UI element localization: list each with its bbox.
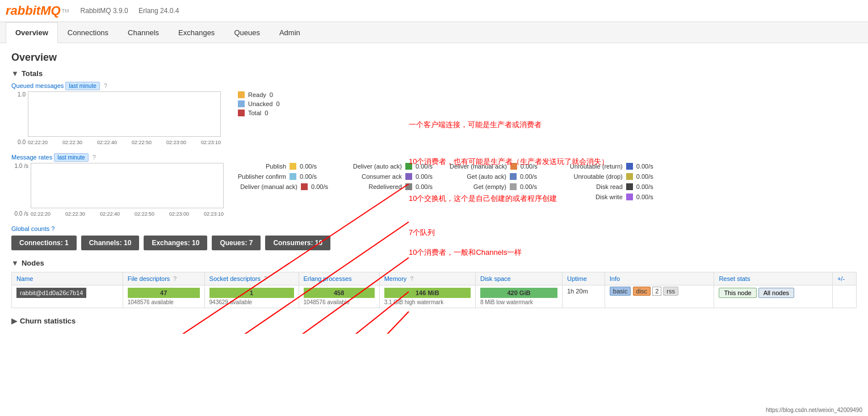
connections-count-btn[interactable]: Connections: 1 <box>11 236 77 250</box>
queued-charts-row: 1.0 0.0 02:22:2002:22:3002:22:4002:22:50… <box>11 91 857 145</box>
nav-overview[interactable]: Overview <box>6 22 58 43</box>
memory-fill: 146 MiB <box>384 288 471 298</box>
logo: rabbitMQTM <box>6 3 69 18</box>
exchanges-count-btn[interactable]: Exchanges: 10 <box>144 236 207 250</box>
plusminus-cell <box>832 285 856 308</box>
churn-header[interactable]: ▶ Churn statistics <box>11 317 857 325</box>
info-basic-badge[interactable]: basic <box>610 287 631 296</box>
disk-read-value: 0.00/s <box>636 183 653 190</box>
totals-label: Totals <box>22 69 43 78</box>
nodes-table-header-row: Name File descriptors ? Socket descripto… <box>12 272 857 285</box>
unroutable-drop-label: Unroutable (drop) <box>555 173 623 180</box>
col-socket-desc: Socket descriptors ? <box>204 272 299 285</box>
get-empty-color <box>510 183 517 190</box>
get-auto-color <box>510 173 517 180</box>
legend-ready: Ready 0 <box>238 91 280 98</box>
rate-redelivered: Redelivered 0.00/s <box>345 183 433 190</box>
message-rates-label: Message rates last minute ? <box>11 154 857 161</box>
channels-count-btn[interactable]: Channels: 10 <box>81 236 140 250</box>
erlang-label: Erlang 24.0.4 <box>139 7 179 15</box>
this-node-button[interactable]: This node <box>719 288 756 298</box>
disk-fill: 420 GiB <box>480 288 557 298</box>
rates-col3: Deliver (manual ack) 0.00/s Get (auto ac… <box>450 163 538 200</box>
erlang-fill: 458 <box>304 288 375 298</box>
info-number-badge: 2 <box>652 287 661 296</box>
rates-y-min: 0.0 /s <box>11 211 28 217</box>
rate-publish: Publish 0.00/s <box>235 163 328 170</box>
publish-value: 0.00/s <box>300 163 317 170</box>
ready-value: 0 <box>270 91 273 98</box>
col-reset: Reset stats <box>714 272 833 285</box>
nodes-label: Nodes <box>22 259 44 267</box>
global-counts-label: Global counts ? <box>11 225 857 232</box>
queued-legend: Ready 0 Unacked 0 Total 0 <box>238 91 280 116</box>
get-empty-value: 0.00/s <box>520 183 537 190</box>
all-nodes-button[interactable]: All nodes <box>758 288 794 298</box>
info-cell: basic disc 2 rss <box>605 285 714 308</box>
rates-col4: Unroutable (return) 0.00/s Unroutable (d… <box>555 163 653 200</box>
rates-help-icon[interactable]: ? <box>93 154 96 161</box>
rate-get-empty: Get (empty) 0.00/s <box>450 183 538 190</box>
disk-read-color <box>626 183 633 190</box>
nav-exchanges[interactable]: Exchanges <box>169 22 224 43</box>
message-rates-section: Message rates last minute ? 1.0 /s 0.0 /… <box>11 154 857 217</box>
col-plusminus: +/- <box>832 272 856 285</box>
disk-write-color <box>626 194 633 200</box>
main-content: Overview ▼ Totals Queued messages last m… <box>0 43 868 334</box>
total-color <box>238 110 245 116</box>
page-title: Overview <box>11 52 857 64</box>
memory-bar: 146 MiB <box>384 288 471 298</box>
get-empty-label: Get (empty) <box>450 183 506 190</box>
rates-time-range-badge[interactable]: last minute <box>54 153 88 162</box>
file-desc-fill: 47 <box>128 288 200 298</box>
get-auto-label: Get (auto ack) <box>450 173 506 180</box>
consumers-count-btn[interactable]: Consumers: 10 <box>265 236 330 250</box>
rates-chart <box>31 163 224 208</box>
header-info: RabbitMQ 3.9.0 Erlang 24.0.4 <box>81 7 188 15</box>
disk-write-label: Disk write <box>555 194 623 200</box>
nav-admin[interactable]: Admin <box>270 22 310 43</box>
socket-desc-help[interactable]: ? <box>264 276 267 282</box>
deliver-auto-color <box>405 163 412 170</box>
nodes-section: ▼ Nodes Name File descriptors ? Socket d… <box>11 259 857 308</box>
consumer-ack-value: 0.00/s <box>416 173 433 180</box>
chart-y-min: 0.0 <box>11 139 26 145</box>
rate-disk-write: Disk write 0.00/s <box>555 194 653 200</box>
memory-help[interactable]: ? <box>410 276 413 282</box>
erlang-available: 1048576 available <box>304 299 375 305</box>
rate-get-auto: Get (auto ack) 0.00/s <box>450 173 538 180</box>
logo-tm-text: TM <box>62 8 69 14</box>
nav-channels[interactable]: Channels <box>118 22 169 43</box>
info-disc-badge[interactable]: disc <box>633 287 651 296</box>
erlang-bar: 458 <box>304 288 375 298</box>
churn-section: ▶ Churn statistics <box>11 317 857 325</box>
redelivered-value: 0.00/s <box>416 183 433 190</box>
ready-color <box>238 91 245 98</box>
col-memory: Memory ? <box>379 272 475 285</box>
nodes-header[interactable]: ▼ Nodes <box>11 259 857 267</box>
queued-chart-container: 1.0 0.0 02:22:2002:22:3002:22:4002:22:50… <box>11 91 221 145</box>
nav-queues[interactable]: Queues <box>224 22 270 43</box>
publish-color <box>290 163 296 170</box>
rate-unroutable-drop: Unroutable (drop) 0.00/s <box>555 173 653 180</box>
queues-count-btn[interactable]: Queues: 7 <box>212 236 261 250</box>
rates-y-max: 1.0 /s <box>11 163 28 169</box>
disk-read-label: Disk read <box>555 183 623 190</box>
unacked-value: 0 <box>276 100 279 107</box>
info-rss-badge[interactable]: rss <box>663 287 678 296</box>
col-name: Name <box>12 272 123 285</box>
deliver-manual-value: 0.00/s <box>311 183 328 190</box>
socket-desc-cell: 1 943629 available <box>204 285 299 308</box>
global-counts-help[interactable]: ? <box>51 225 54 232</box>
uptime-cell: 1h 20m <box>562 285 605 308</box>
unroutable-drop-color <box>626 173 633 180</box>
queued-time-range-badge[interactable]: last minute <box>65 82 99 90</box>
file-desc-help[interactable]: ? <box>173 276 177 282</box>
unroutable-return-color <box>626 163 633 170</box>
chart-y-max: 1.0 <box>11 91 26 98</box>
nav-connections[interactable]: Connections <box>58 22 118 43</box>
rates-timestamps: 02:22:2002:22:3002:22:4002:22:5002:23:00… <box>31 211 224 217</box>
queued-help-icon[interactable]: ? <box>104 82 107 89</box>
totals-header[interactable]: ▼ Totals <box>11 69 857 78</box>
deliver-manual-color <box>301 183 308 190</box>
